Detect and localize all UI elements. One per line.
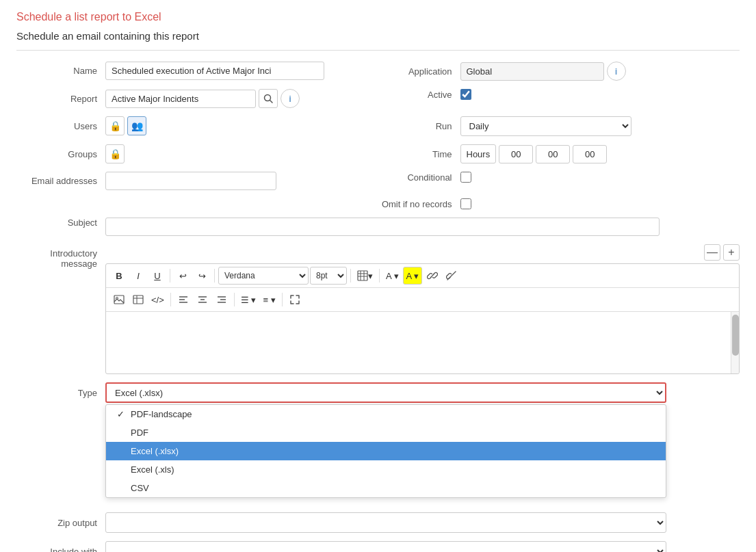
svg-line-1 bbox=[270, 101, 273, 103]
toolbar-divider-4 bbox=[379, 269, 380, 282]
page-container: Schedule a list report to Excel Schedule… bbox=[0, 0, 756, 552]
subject-input[interactable] bbox=[105, 218, 660, 236]
code-btn[interactable]: </> bbox=[148, 291, 167, 308]
users-people-icon[interactable]: 👥 bbox=[127, 116, 146, 135]
align-right-btn[interactable] bbox=[213, 291, 231, 308]
rich-editor: B I U ↩ ↪ Verdana Arial Times New Roman bbox=[105, 263, 740, 374]
excel-xls-label: Excel (.xls) bbox=[131, 464, 174, 475]
dropdown-item-pdf[interactable]: PDF bbox=[106, 423, 666, 442]
toolbar-divider-2 bbox=[214, 269, 215, 282]
include-select[interactable] bbox=[105, 541, 666, 552]
type-select-wrap: PDF-landscape PDF Excel (.xlsx) Excel (.… bbox=[105, 382, 740, 403]
report-label: Report bbox=[16, 94, 105, 104]
editor-toolbar-row2: </> ☰ ▾ bbox=[106, 288, 739, 312]
dropdown-item-pdf-landscape[interactable]: ✓ PDF-landscape bbox=[106, 405, 666, 423]
intro-expand-btn[interactable]: + bbox=[723, 244, 740, 261]
active-checkbox[interactable] bbox=[460, 89, 471, 100]
type-select[interactable]: PDF-landscape PDF Excel (.xlsx) Excel (.… bbox=[105, 382, 666, 403]
align-left-btn[interactable] bbox=[174, 291, 192, 308]
name-label: Name bbox=[16, 66, 105, 76]
unlink-btn[interactable] bbox=[443, 267, 460, 285]
bold-btn[interactable]: B bbox=[110, 267, 128, 285]
bg-color-btn[interactable]: A ▾ bbox=[403, 267, 423, 285]
dropdown-item-csv[interactable]: CSV bbox=[106, 479, 666, 497]
time-label: Time bbox=[378, 149, 460, 159]
ol-btn[interactable]: ≡ ▾ bbox=[260, 291, 278, 308]
time-right: Time Hours bbox=[378, 144, 740, 163]
table-btn[interactable]: ▾ bbox=[354, 267, 376, 285]
application-input bbox=[460, 62, 604, 81]
zip-select[interactable] bbox=[105, 512, 666, 533]
application-label: Application bbox=[378, 66, 460, 77]
redo-btn[interactable]: ↪ bbox=[193, 267, 211, 285]
email-label: Email addresses bbox=[16, 176, 105, 186]
include-label: Include with bbox=[16, 547, 105, 553]
link-btn[interactable] bbox=[423, 267, 441, 285]
conditional-label: Conditional bbox=[378, 172, 460, 183]
zip-label: Zip output bbox=[16, 518, 105, 528]
zip-row: Zip output bbox=[16, 512, 740, 533]
groups-lock-icon[interactable]: 🔒 bbox=[105, 144, 125, 163]
run-label: Run bbox=[378, 121, 460, 131]
editor-toolbar-row1: B I U ↩ ↪ Verdana Arial Times New Roman bbox=[106, 264, 739, 288]
email-conditional-row: Email addresses Conditional bbox=[16, 172, 740, 190]
subject-label: Subject bbox=[16, 218, 105, 228]
time-hours-input[interactable] bbox=[499, 145, 533, 163]
type-row: Type PDF-landscape PDF Excel (.xlsx) Exc… bbox=[16, 382, 740, 403]
toolbar-divider-6 bbox=[234, 293, 235, 306]
name-application-row: Name Application i bbox=[16, 62, 740, 81]
pdf-landscape-check: ✓ bbox=[117, 409, 131, 419]
report-search-icon[interactable] bbox=[259, 89, 278, 108]
time-hours-btn[interactable]: Hours bbox=[460, 144, 497, 163]
underline-btn[interactable]: U bbox=[148, 267, 166, 285]
italic-btn[interactable]: I bbox=[129, 267, 147, 285]
font-color-btn[interactable]: A ▾ bbox=[383, 267, 402, 285]
fullscreen-btn[interactable] bbox=[286, 291, 304, 308]
type-dropdown: ✓ PDF-landscape PDF Excel (.xlsx) Excel … bbox=[105, 404, 666, 498]
active-label: Active bbox=[378, 90, 460, 100]
type-label: Type bbox=[16, 388, 105, 398]
dropdown-item-excel-xls[interactable]: Excel (.xls) bbox=[106, 460, 666, 479]
active-right: Active bbox=[378, 89, 740, 100]
groups-time-row: Groups 🔒 Time Hours bbox=[16, 144, 740, 163]
pdf-landscape-label: PDF-landscape bbox=[131, 409, 192, 419]
omit-right: Omit if no records bbox=[378, 198, 740, 209]
time-minutes-input[interactable] bbox=[536, 145, 570, 163]
editor-scrollbar[interactable] bbox=[731, 312, 739, 373]
email-input[interactable] bbox=[105, 172, 276, 190]
toolbar-divider-1 bbox=[170, 269, 170, 282]
intro-label: Introductorymessage bbox=[16, 244, 105, 269]
svg-rect-11 bbox=[133, 295, 143, 304]
name-left: Name bbox=[16, 62, 378, 80]
dropdown-item-excel-xlsx[interactable]: Excel (.xlsx) bbox=[106, 442, 666, 460]
application-info-icon[interactable]: i bbox=[607, 62, 626, 81]
name-input[interactable] bbox=[105, 62, 324, 80]
form-area: Name Application i Report i bbox=[16, 62, 740, 552]
undo-btn[interactable]: ↩ bbox=[174, 267, 192, 285]
run-select[interactable]: Daily Once Weekly Monthly bbox=[460, 116, 631, 136]
toolbar-divider-7 bbox=[282, 293, 283, 306]
intro-collapse-btn[interactable]: — bbox=[704, 244, 720, 261]
groups-label: Groups bbox=[16, 149, 105, 159]
font-family-select[interactable]: Verdana Arial Times New Roman bbox=[218, 267, 309, 285]
users-run-row: Users 🔒 👥 Run Daily Once Weekly Monthly bbox=[16, 116, 740, 136]
conditional-checkbox[interactable] bbox=[460, 172, 471, 183]
users-lock-icon[interactable]: 🔒 bbox=[105, 116, 125, 135]
report-input[interactable] bbox=[105, 90, 256, 108]
report-left: Report i bbox=[16, 89, 378, 108]
align-center-btn[interactable] bbox=[194, 291, 211, 308]
svg-rect-9 bbox=[114, 295, 124, 304]
application-right: Application i bbox=[378, 62, 740, 81]
svg-line-8 bbox=[447, 272, 456, 280]
report-info-icon[interactable]: i bbox=[281, 89, 300, 108]
pdf-label: PDF bbox=[131, 428, 148, 438]
font-size-select[interactable]: 8pt 10pt 12pt 14pt bbox=[310, 267, 347, 285]
editor-body[interactable] bbox=[106, 312, 731, 373]
omit-checkbox[interactable] bbox=[460, 198, 471, 209]
time-seconds-input[interactable] bbox=[573, 145, 607, 163]
csv-label: CSV bbox=[131, 483, 149, 493]
table-edit-btn[interactable] bbox=[129, 291, 147, 308]
image-btn[interactable] bbox=[110, 291, 128, 308]
ul-btn[interactable]: ☰ ▾ bbox=[238, 291, 259, 308]
omit-label: Omit if no records bbox=[378, 199, 460, 209]
